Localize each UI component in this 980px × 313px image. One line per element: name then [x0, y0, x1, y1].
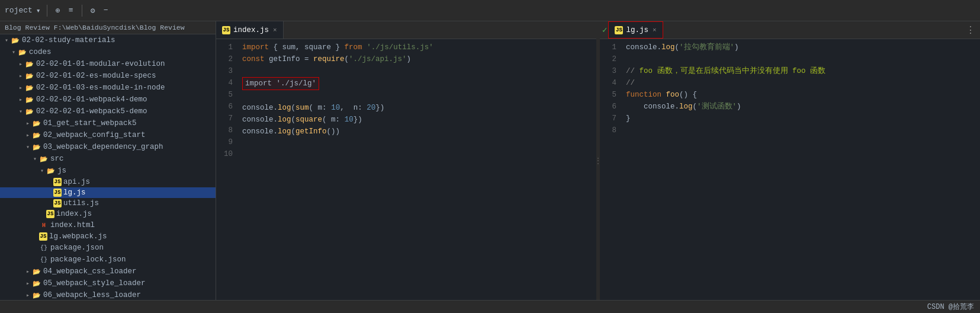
folder-icon: 📂 [39, 154, 49, 164]
code-line: console.log(getInfo()) [242, 126, 592, 138]
project-label: roject [5, 6, 33, 15]
project-dropdown-icon[interactable]: ▾ [36, 6, 41, 15]
tree-item-package-lock.json[interactable]: {}package-lock.json [0, 254, 216, 266]
token: './js/utils.js' [367, 41, 433, 53]
add-icon[interactable]: ⊕ [53, 6, 63, 15]
right-code-lines[interactable]: console.log('拉勾教育前端')// foo 函数，可是在后续代码当中… [621, 39, 980, 300]
settings-icon[interactable]: ⚙ [88, 6, 98, 15]
tree-item-label: 02_webpack_config_start [43, 131, 146, 139]
left-code-lines[interactable]: import { sum, square } from './js/utils.… [237, 39, 596, 300]
folder-icon: 📂 [25, 95, 34, 104]
tree-item-02-02-01-02-es-module-specs[interactable]: ▸📂02-02-01-02-es-module-specs [0, 70, 216, 82]
tree-arrow: ▸ [17, 60, 25, 68]
left-tab-close[interactable]: × [273, 27, 277, 34]
tree-item-02-02-study-materials[interactable]: ▾📂02-02-study-materials [0, 34, 216, 46]
tree-item-label: 03_webpack_dependency_graph [43, 143, 163, 151]
token: }) [375, 102, 384, 114]
sidebar: Blog Review F:\Web\BaiduSyncdisk\Blog Re… [0, 21, 216, 300]
tree-item-js[interactable]: ▾📂js [0, 165, 216, 177]
tree-item-index.js-src[interactable]: JSindex.js [0, 209, 216, 219]
folder-icon: 📂 [25, 59, 34, 69]
token: '拉勾教育前端' [679, 41, 734, 53]
tree-item-label: 02-02-01-01-modular-evolution [36, 60, 165, 68]
folder-icon: 📂 [32, 119, 41, 128]
tree-item-lg.webpack.js[interactable]: JSlg.webpack.js [0, 231, 216, 242]
tree-item-label: codes [29, 48, 52, 56]
tree-arrow: ▸ [24, 292, 32, 299]
token: ( [693, 101, 698, 113]
folder-icon: 📂 [46, 166, 56, 175]
token: n [354, 102, 358, 114]
tree-item-utils.js[interactable]: JSutils.js [0, 198, 216, 209]
token: '测试函数' [697, 101, 737, 113]
right-tab-close[interactable]: × [653, 27, 657, 34]
code-line: console.log('测试函数') [626, 101, 975, 113]
tree-item-label: 04_webpack_css_loader [43, 267, 137, 276]
token: ) [734, 41, 739, 53]
line-number: 9 [216, 136, 233, 148]
line-number: 6 [600, 101, 616, 113]
folder-icon: 📂 [32, 279, 41, 288]
token: } [626, 113, 631, 124]
tree-arrow: ▾ [9, 49, 18, 56]
tree-item-02-02-02-01-webpack4-demo[interactable]: ▸📂02-02-02-01-webpack4-demo [0, 94, 216, 106]
js-file-icon: JS [53, 178, 62, 186]
token: ( [322, 114, 327, 126]
bottom-bar: CSDN @拾荒李 [0, 300, 980, 313]
line-number: 1 [216, 41, 233, 53]
tree-item-02_webpack_config_start[interactable]: ▸📂02_webpack_config_start [0, 129, 216, 141]
token: { [269, 41, 282, 53]
token: , [295, 41, 304, 53]
folder-icon: 📂 [32, 290, 41, 300]
tree-item-src[interactable]: ▾📂src [0, 153, 216, 165]
right-line-numbers: 12345678 [600, 39, 621, 300]
left-tab-index-js[interactable]: JS index.js × [216, 21, 284, 39]
token: } [331, 41, 345, 53]
token: import [242, 41, 269, 53]
code-line: import { sum, square } from './js/utils.… [242, 41, 592, 53]
right-tab-lg-js[interactable]: JS lg.js × [608, 21, 663, 39]
tree-item-01_get_start_webpack5[interactable]: ▸📂01_get_start_webpack5 [0, 117, 216, 129]
code-line: console.log(sum( m: 10, n: 20}) [242, 102, 592, 114]
tree-item-label: lg.js [63, 189, 86, 197]
line-number: 10 [216, 148, 233, 160]
align-icon[interactable]: ≡ [66, 6, 76, 15]
left-tab-js-icon: JS [222, 26, 230, 34]
right-code-area[interactable]: 12345678 console.log('拉勾教育前端')// foo 函数，… [600, 39, 980, 300]
code-line: // [626, 77, 975, 89]
tree-item-label: index.js [56, 210, 92, 218]
tree-item-05_webpack_style_loader[interactable]: ▸📂05_webpack_style_loader [0, 277, 216, 289]
pane-more-button[interactable]: ⋮ [961, 24, 980, 36]
line-number: 3 [600, 65, 616, 77]
tree-item-package.json[interactable]: {}package.json [0, 242, 216, 254]
left-editor-pane: JS index.js × 12345678910 import { sum, … [216, 21, 596, 300]
js-file-icon: JS [46, 210, 54, 218]
editor-container: JS index.js × 12345678910 import { sum, … [216, 21, 980, 300]
tree-item-label: package-lock.json [50, 255, 126, 264]
tree-item-index.html[interactable]: Hindex.html [0, 219, 216, 231]
right-gutter-check: ✓ [602, 25, 607, 35]
tree-item-label: 02-02-02-01-webpack4-demo [36, 95, 147, 104]
tree-item-06_webpack_less_loader[interactable]: ▸📂06_webapck_less_loader [0, 289, 216, 300]
tree-item-02-02-01-03-es-module-in-node[interactable]: ▸📂02-02-01-03-es-module-in-node [0, 82, 216, 94]
right-tab-js-icon: JS [615, 26, 623, 34]
line-number: 8 [600, 124, 616, 136]
left-code-area[interactable]: 12345678910 import { sum, square } from … [216, 39, 596, 300]
token: ( [309, 102, 314, 114]
tree-item-02-02-01-01-modular-evolution[interactable]: ▸📂02-02-01-01-modular-evolution [0, 58, 216, 70]
token: . [274, 102, 278, 114]
left-tab-label: index.js [233, 26, 269, 34]
tree-arrow: ▸ [17, 72, 25, 79]
tree-item-codes[interactable]: ▾📂codes [0, 46, 216, 58]
tree-item-lg.js[interactable]: JSlg.js [0, 187, 216, 198]
tree-item-03_webpack_dependency_graph[interactable]: ▾📂03_webpack_dependency_graph [0, 141, 216, 153]
minimize-icon[interactable]: − [101, 6, 111, 15]
tree-item-02-02-02-01-webpack5-demo[interactable]: ▾📂02-02-02-01-webpack5-demo [0, 106, 216, 117]
token: log [661, 41, 675, 53]
tree-item-api.js[interactable]: JSapi.js [0, 177, 216, 187]
token: : [336, 114, 340, 126]
toolbar-left: roject ▾ ⊕ ≡ ⚙ − [5, 5, 111, 17]
token: , [340, 102, 354, 114]
token: () { [679, 89, 697, 101]
tree-item-04_webpack_css_loader[interactable]: ▸📂04_webpack_css_loader [0, 266, 216, 277]
